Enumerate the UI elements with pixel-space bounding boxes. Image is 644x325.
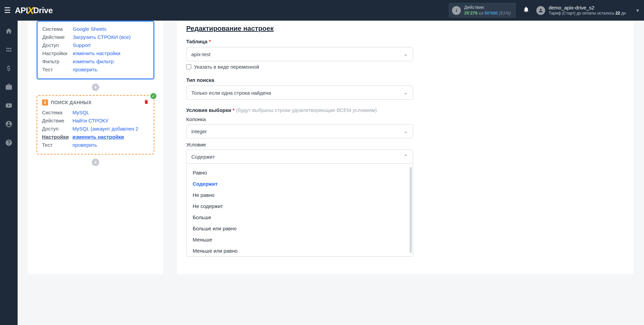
option-contains[interactable]: Содержит [187, 178, 413, 189]
chevron-down-icon: ▼ [635, 8, 640, 13]
step2-acc-key: Доступ [42, 125, 72, 133]
table-label: Таблица * [186, 39, 624, 44]
step2-acc-val[interactable]: MySQL (аккаунт добавлен 2 [72, 125, 138, 133]
step2-sys-val[interactable]: MySQL [72, 109, 89, 117]
search-type-select[interactable]: Только если одна строка найдена ⌄ [186, 86, 413, 100]
conditions-label: Условия выборки * (будут выбраны строки … [186, 107, 624, 113]
tariff-info: Тариф |Старт| до оплаты осталось 22 дн [549, 11, 626, 16]
chevron-down-icon: ⌄ [404, 51, 408, 57]
variable-checkbox[interactable] [186, 64, 191, 69]
connections-icon[interactable] [5, 46, 13, 55]
briefcase-icon[interactable] [5, 83, 13, 92]
step1-act-val[interactable]: Загрузить СТРОКИ (все) [73, 33, 131, 41]
option-greater-eq[interactable]: Больше или равно [187, 223, 413, 234]
step1-set-val[interactable]: изменить настройки [73, 49, 120, 57]
youtube-icon[interactable] [5, 102, 13, 111]
sidebar [0, 21, 18, 284]
actions-count: 25'278 [464, 10, 477, 16]
user-menu[interactable]: demo_apix-drive_s2 Тариф |Старт| до опла… [536, 4, 640, 16]
condition-dropdown: Равно Содержит Не равно Не содержит Боль… [186, 164, 413, 257]
search-type-label: Тип поиска [186, 77, 624, 83]
info-icon: i [452, 6, 461, 15]
header: ☰ APIXDrive i Действия: 25'278 из 50'000… [0, 0, 644, 21]
chevron-down-icon: ⌄ [404, 128, 408, 134]
step1-sys-val[interactable]: Google Sheets [73, 25, 106, 33]
actions-label: Действия: [464, 5, 511, 10]
option-equals[interactable]: Равно [187, 167, 413, 178]
column-select[interactable]: integer ⌄ [186, 124, 413, 138]
step-number: 2 [42, 99, 48, 106]
option-not-contains[interactable]: Не содержит [187, 201, 413, 212]
step2-act-key: Действие [42, 117, 72, 125]
step2-tst-key: Тест [42, 141, 72, 149]
step-title: ПОИСК ДАННЫХ [51, 100, 92, 105]
actions-sep: из [479, 10, 483, 16]
step2-tst-val[interactable]: проверить [72, 141, 97, 149]
step-card-2[interactable]: ✓ 2 ПОИСК ДАННЫХ СистемаMySQL ДействиеНа… [37, 95, 154, 155]
step2-set-val[interactable]: изменить настройки [72, 133, 124, 141]
user-icon[interactable] [5, 120, 13, 130]
steps-panel: СистемаGoogle Sheets ДействиеЗагрузить С… [28, 21, 163, 274]
add-step-button[interactable]: + [92, 84, 99, 91]
chevron-up-icon: ⌃ [404, 154, 408, 160]
step1-fil-val[interactable]: изменить фильтр [73, 57, 114, 66]
logo[interactable]: APIXDrive [15, 5, 53, 16]
step1-tst-val[interactable]: проверить [73, 66, 97, 74]
username: demo_apix-drive_s2 [549, 4, 626, 11]
avatar-icon [536, 6, 545, 15]
home-icon[interactable] [5, 27, 13, 37]
logo-text-1: API [15, 6, 28, 15]
option-not-equals[interactable]: Не равно [187, 189, 413, 201]
add-step-button-2[interactable]: + [92, 159, 99, 166]
bell-icon[interactable] [523, 6, 530, 15]
step2-sys-key: Система [42, 109, 72, 117]
step-card-1[interactable]: СистемаGoogle Sheets ДействиеЗагрузить С… [37, 21, 154, 79]
dollar-icon[interactable] [5, 65, 13, 74]
actions-pct: (51%) [499, 10, 511, 16]
scrollbar[interactable] [410, 167, 412, 253]
step1-sys-key: Система [42, 25, 73, 33]
step1-acc-key: Доступ [42, 41, 73, 49]
step1-fil-key: Фильтр [42, 57, 73, 66]
chevron-down-icon: ⌄ [404, 90, 408, 96]
trash-icon[interactable] [144, 99, 149, 106]
option-less[interactable]: Меньше [187, 234, 413, 245]
menu-icon[interactable]: ☰ [4, 6, 11, 15]
option-less-eq[interactable]: Меньше или равно [187, 245, 413, 256]
option-greater[interactable]: Больше [187, 212, 413, 223]
actions-badge[interactable]: i Действия: 25'278 из 50'000 (51%) [449, 3, 516, 18]
step1-act-key: Действие [42, 33, 73, 41]
condition-label: Условие [186, 142, 624, 147]
step1-tst-key: Тест [42, 66, 73, 74]
column-label: Колонка [186, 116, 624, 122]
variable-checkbox-label: Указать в виде переменной [194, 64, 259, 70]
step1-set-key: Настройки [42, 49, 73, 57]
form-panel: Редактирование настроек Таблица * apix-t… [177, 21, 634, 274]
condition-select[interactable]: Содержит ⌃ [186, 149, 413, 164]
step2-set-key: Настройки [42, 133, 72, 141]
table-select[interactable]: apix-test ⌄ [186, 47, 413, 61]
step1-acc-val[interactable]: Support [73, 41, 91, 49]
logo-text-2: Drive [33, 6, 53, 15]
page-title: Редактирование настроек [186, 25, 624, 32]
actions-total: 50'000 [485, 10, 498, 16]
check-icon: ✓ [150, 92, 157, 100]
help-icon[interactable] [5, 139, 13, 148]
step2-act-val[interactable]: Найти СТРОКУ [72, 117, 108, 125]
